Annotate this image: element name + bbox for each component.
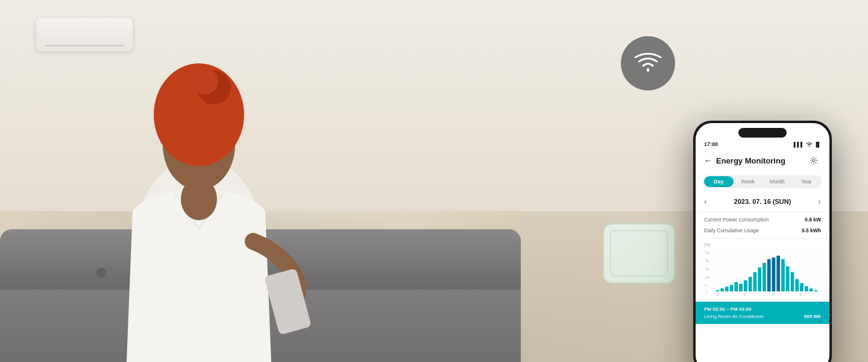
- gear-icon: [810, 156, 818, 165]
- status-time: 17:00: [704, 141, 718, 147]
- svg-text:6: 6: [744, 293, 746, 296]
- stats-section: Current Power Consumption 0.8 kW Daily C…: [696, 211, 829, 239]
- tab-bar: Day Week Month Year: [703, 175, 822, 188]
- tab-month[interactable]: Month: [763, 176, 792, 187]
- svg-rect-25: [739, 284, 743, 291]
- phone-screen: 17:00 ▌▌▌ ▐▌ ← Energy Monitoring: [696, 123, 829, 362]
- date-label: 2023. 07. 16 (SUN): [734, 198, 791, 205]
- tab-week[interactable]: Week: [734, 176, 763, 187]
- svg-rect-39: [805, 286, 808, 291]
- date-nav: ‹ 2023. 07. 16 (SUN) ›: [696, 192, 829, 211]
- svg-rect-38: [800, 283, 804, 291]
- svg-rect-23: [730, 285, 734, 291]
- bottom-card[interactable]: PM 02:00 ~ PM 03:00 Living Room Air Cond…: [696, 302, 829, 324]
- svg-rect-22: [725, 287, 729, 291]
- wifi-status-icon: [806, 142, 813, 147]
- settings-button[interactable]: [807, 153, 821, 168]
- svg-rect-24: [734, 282, 738, 291]
- svg-rect-36: [791, 272, 794, 291]
- stat-row-daily: Daily Cumulative Usage 5.5 kWh: [704, 225, 821, 236]
- svg-rect-32: [772, 258, 776, 291]
- battery-icon: ▐▌: [814, 142, 821, 147]
- svg-rect-28: [753, 272, 756, 291]
- svg-rect-6: [264, 268, 312, 335]
- person-figure: [30, 0, 392, 362]
- signal-icon: ▌▌▌: [794, 142, 804, 147]
- date-prev-button[interactable]: ‹: [704, 197, 707, 206]
- tab-year[interactable]: Year: [792, 176, 822, 187]
- svg-rect-31: [767, 259, 771, 291]
- svg-rect-30: [763, 262, 766, 291]
- svg-text:6: 6: [800, 293, 802, 296]
- back-button[interactable]: ←: [704, 156, 712, 165]
- svg-text:25: 25: [705, 251, 709, 255]
- stat-label-daily: Daily Cumulative Usage: [704, 227, 759, 233]
- app-title: Energy Monitoring: [716, 156, 785, 165]
- svg-text:15: 15: [705, 267, 709, 271]
- status-icons: ▌▌▌ ▐▌: [794, 142, 821, 147]
- decorative-pillow: [603, 223, 675, 284]
- svg-rect-34: [781, 259, 785, 291]
- app-header: ← Energy Monitoring: [696, 150, 829, 171]
- svg-rect-33: [776, 256, 780, 291]
- tab-day[interactable]: Day: [704, 176, 734, 187]
- svg-text:20: 20: [705, 259, 709, 262]
- svg-rect-26: [744, 281, 747, 291]
- svg-text:10: 10: [705, 276, 709, 279]
- svg-text:12: 12: [715, 293, 719, 296]
- bottom-card-device: Living Room Air Conditioner: [704, 314, 764, 319]
- pillow-pattern: [610, 230, 668, 276]
- bottom-card-time: PM 02:00 ~ PM 03:00: [704, 306, 821, 312]
- phone-mockup: 17:00 ▌▌▌ ▐▌ ← Energy Monitoring: [693, 121, 832, 362]
- svg-rect-40: [810, 288, 813, 291]
- svg-rect-20: [715, 290, 719, 291]
- stat-label-power: Current Power Consumption: [704, 217, 769, 223]
- wifi-badge: [621, 36, 675, 91]
- svg-rect-27: [749, 277, 752, 291]
- energy-chart: 25 20 15 10 5 0: [704, 245, 821, 296]
- svg-rect-21: [720, 288, 724, 291]
- wifi-icon: [634, 52, 662, 74]
- stat-row-power: Current Power Consumption 0.8 kW: [704, 214, 821, 225]
- svg-text:12: 12: [772, 293, 776, 296]
- bottom-card-watt: 800 Wh: [804, 314, 821, 319]
- svg-point-5: [192, 68, 218, 95]
- stat-value-daily: 5.5 kWh: [802, 227, 821, 233]
- svg-rect-41: [814, 290, 817, 291]
- svg-rect-29: [758, 267, 761, 291]
- app-header-left: ← Energy Monitoring: [704, 156, 785, 165]
- stat-value-power: 0.8 kW: [805, 217, 821, 223]
- svg-rect-37: [795, 279, 799, 291]
- svg-text:5: 5: [705, 284, 707, 287]
- svg-point-7: [813, 159, 815, 162]
- date-next-button[interactable]: ›: [818, 197, 821, 206]
- svg-rect-35: [786, 266, 790, 291]
- status-bar: 17:00 ▌▌▌ ▐▌: [696, 138, 829, 150]
- bottom-card-row: Living Room Air Conditioner 800 Wh: [704, 314, 821, 319]
- chart-area: (%) 25 20 15 10 5 0: [696, 239, 829, 299]
- svg-text:0: 0: [705, 291, 707, 294]
- chart-y-label: (%): [704, 243, 711, 247]
- phone-notch: [738, 128, 787, 138]
